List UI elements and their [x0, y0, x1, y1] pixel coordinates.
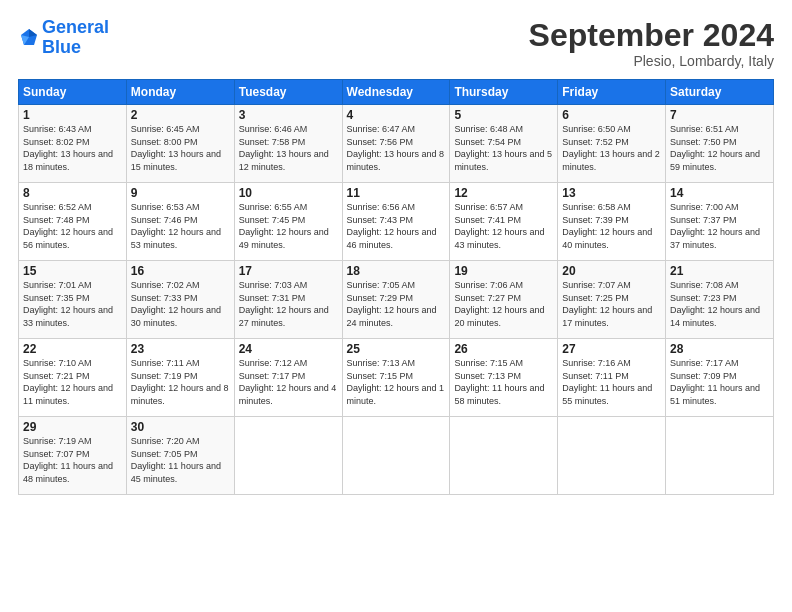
day-info: Sunrise: 7:03 AMSunset: 7:31 PMDaylight:…: [239, 280, 329, 328]
calendar-week-row: 8Sunrise: 6:52 AMSunset: 7:48 PMDaylight…: [19, 183, 774, 261]
day-info: Sunrise: 7:20 AMSunset: 7:05 PMDaylight:…: [131, 436, 221, 484]
logo-text: General Blue: [42, 18, 109, 58]
calendar-day-cell: 8Sunrise: 6:52 AMSunset: 7:48 PMDaylight…: [19, 183, 127, 261]
day-info: Sunrise: 6:43 AMSunset: 8:02 PMDaylight:…: [23, 124, 113, 172]
calendar-week-row: 15Sunrise: 7:01 AMSunset: 7:35 PMDayligh…: [19, 261, 774, 339]
day-header: Sunday: [19, 80, 127, 105]
calendar-day-cell: 23Sunrise: 7:11 AMSunset: 7:19 PMDayligh…: [126, 339, 234, 417]
day-number: 16: [131, 264, 230, 278]
calendar-day-cell: 26Sunrise: 7:15 AMSunset: 7:13 PMDayligh…: [450, 339, 558, 417]
header: General Blue September 2024 Plesio, Lomb…: [18, 18, 774, 69]
calendar-day-cell: 16Sunrise: 7:02 AMSunset: 7:33 PMDayligh…: [126, 261, 234, 339]
calendar-day-cell: 18Sunrise: 7:05 AMSunset: 7:29 PMDayligh…: [342, 261, 450, 339]
calendar-day-cell: 25Sunrise: 7:13 AMSunset: 7:15 PMDayligh…: [342, 339, 450, 417]
day-number: 1: [23, 108, 122, 122]
day-info: Sunrise: 6:46 AMSunset: 7:58 PMDaylight:…: [239, 124, 329, 172]
day-number: 28: [670, 342, 769, 356]
day-number: 12: [454, 186, 553, 200]
day-number: 3: [239, 108, 338, 122]
day-number: 4: [347, 108, 446, 122]
calendar-day-cell: 30Sunrise: 7:20 AMSunset: 7:05 PMDayligh…: [126, 417, 234, 495]
logo-line1: General: [42, 17, 109, 37]
calendar-day-cell: 12Sunrise: 6:57 AMSunset: 7:41 PMDayligh…: [450, 183, 558, 261]
day-number: 5: [454, 108, 553, 122]
day-header: Friday: [558, 80, 666, 105]
calendar-day-cell: 17Sunrise: 7:03 AMSunset: 7:31 PMDayligh…: [234, 261, 342, 339]
calendar-week-row: 1Sunrise: 6:43 AMSunset: 8:02 PMDaylight…: [19, 105, 774, 183]
day-number: 19: [454, 264, 553, 278]
day-number: 18: [347, 264, 446, 278]
day-header: Thursday: [450, 80, 558, 105]
day-number: 9: [131, 186, 230, 200]
day-info: Sunrise: 7:06 AMSunset: 7:27 PMDaylight:…: [454, 280, 544, 328]
day-header: Tuesday: [234, 80, 342, 105]
calendar-day-cell: 15Sunrise: 7:01 AMSunset: 7:35 PMDayligh…: [19, 261, 127, 339]
day-number: 21: [670, 264, 769, 278]
calendar-day-cell: 20Sunrise: 7:07 AMSunset: 7:25 PMDayligh…: [558, 261, 666, 339]
day-info: Sunrise: 7:16 AMSunset: 7:11 PMDaylight:…: [562, 358, 652, 406]
calendar-day-cell: 4Sunrise: 6:47 AMSunset: 7:56 PMDaylight…: [342, 105, 450, 183]
day-info: Sunrise: 7:10 AMSunset: 7:21 PMDaylight:…: [23, 358, 113, 406]
calendar-day-cell: 3Sunrise: 6:46 AMSunset: 7:58 PMDaylight…: [234, 105, 342, 183]
calendar-table: SundayMondayTuesdayWednesdayThursdayFrid…: [18, 79, 774, 495]
day-info: Sunrise: 6:53 AMSunset: 7:46 PMDaylight:…: [131, 202, 221, 250]
calendar-day-cell: 24Sunrise: 7:12 AMSunset: 7:17 PMDayligh…: [234, 339, 342, 417]
day-info: Sunrise: 7:13 AMSunset: 7:15 PMDaylight:…: [347, 358, 445, 406]
day-number: 30: [131, 420, 230, 434]
calendar-day-cell: 6Sunrise: 6:50 AMSunset: 7:52 PMDaylight…: [558, 105, 666, 183]
day-info: Sunrise: 6:52 AMSunset: 7:48 PMDaylight:…: [23, 202, 113, 250]
logo: General Blue: [18, 18, 109, 58]
day-number: 17: [239, 264, 338, 278]
location: Plesio, Lombardy, Italy: [529, 53, 774, 69]
day-number: 25: [347, 342, 446, 356]
calendar-day-cell: 1Sunrise: 6:43 AMSunset: 8:02 PMDaylight…: [19, 105, 127, 183]
day-number: 20: [562, 264, 661, 278]
day-number: 22: [23, 342, 122, 356]
header-row: SundayMondayTuesdayWednesdayThursdayFrid…: [19, 80, 774, 105]
calendar-week-row: 22Sunrise: 7:10 AMSunset: 7:21 PMDayligh…: [19, 339, 774, 417]
day-number: 11: [347, 186, 446, 200]
day-info: Sunrise: 7:11 AMSunset: 7:19 PMDaylight:…: [131, 358, 229, 406]
day-info: Sunrise: 6:51 AMSunset: 7:50 PMDaylight:…: [670, 124, 760, 172]
day-number: 23: [131, 342, 230, 356]
day-info: Sunrise: 6:57 AMSunset: 7:41 PMDaylight:…: [454, 202, 544, 250]
day-info: Sunrise: 7:01 AMSunset: 7:35 PMDaylight:…: [23, 280, 113, 328]
day-info: Sunrise: 7:02 AMSunset: 7:33 PMDaylight:…: [131, 280, 221, 328]
day-info: Sunrise: 7:17 AMSunset: 7:09 PMDaylight:…: [670, 358, 760, 406]
calendar-day-cell: 28Sunrise: 7:17 AMSunset: 7:09 PMDayligh…: [666, 339, 774, 417]
day-info: Sunrise: 7:15 AMSunset: 7:13 PMDaylight:…: [454, 358, 544, 406]
calendar-day-cell: 13Sunrise: 6:58 AMSunset: 7:39 PMDayligh…: [558, 183, 666, 261]
day-info: Sunrise: 6:50 AMSunset: 7:52 PMDaylight:…: [562, 124, 660, 172]
title-section: September 2024 Plesio, Lombardy, Italy: [529, 18, 774, 69]
page: General Blue September 2024 Plesio, Lomb…: [0, 0, 792, 612]
day-number: 13: [562, 186, 661, 200]
logo-line2: Blue: [42, 37, 81, 57]
calendar-day-cell: [450, 417, 558, 495]
day-number: 7: [670, 108, 769, 122]
calendar-day-cell: 11Sunrise: 6:56 AMSunset: 7:43 PMDayligh…: [342, 183, 450, 261]
month-title: September 2024: [529, 18, 774, 53]
day-number: 2: [131, 108, 230, 122]
day-info: Sunrise: 6:56 AMSunset: 7:43 PMDaylight:…: [347, 202, 437, 250]
day-info: Sunrise: 6:45 AMSunset: 8:00 PMDaylight:…: [131, 124, 221, 172]
day-number: 24: [239, 342, 338, 356]
day-info: Sunrise: 6:55 AMSunset: 7:45 PMDaylight:…: [239, 202, 329, 250]
day-info: Sunrise: 7:19 AMSunset: 7:07 PMDaylight:…: [23, 436, 113, 484]
calendar-day-cell: 27Sunrise: 7:16 AMSunset: 7:11 PMDayligh…: [558, 339, 666, 417]
day-info: Sunrise: 6:58 AMSunset: 7:39 PMDaylight:…: [562, 202, 652, 250]
day-header: Monday: [126, 80, 234, 105]
day-number: 26: [454, 342, 553, 356]
day-number: 15: [23, 264, 122, 278]
calendar-day-cell: 10Sunrise: 6:55 AMSunset: 7:45 PMDayligh…: [234, 183, 342, 261]
calendar-day-cell: 21Sunrise: 7:08 AMSunset: 7:23 PMDayligh…: [666, 261, 774, 339]
calendar-day-cell: [342, 417, 450, 495]
calendar-day-cell: 2Sunrise: 6:45 AMSunset: 8:00 PMDaylight…: [126, 105, 234, 183]
day-number: 6: [562, 108, 661, 122]
day-info: Sunrise: 6:48 AMSunset: 7:54 PMDaylight:…: [454, 124, 552, 172]
calendar-day-cell: 19Sunrise: 7:06 AMSunset: 7:27 PMDayligh…: [450, 261, 558, 339]
day-header: Saturday: [666, 80, 774, 105]
day-header: Wednesday: [342, 80, 450, 105]
calendar-day-cell: [234, 417, 342, 495]
calendar-day-cell: 5Sunrise: 6:48 AMSunset: 7:54 PMDaylight…: [450, 105, 558, 183]
day-number: 10: [239, 186, 338, 200]
